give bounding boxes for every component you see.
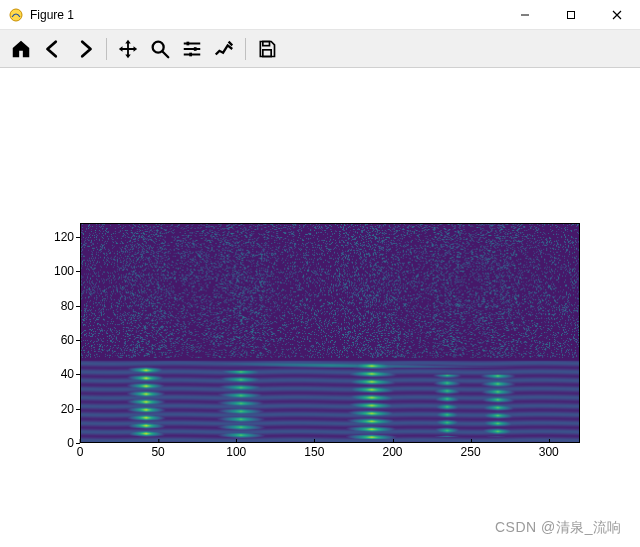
figure-area: 020406080100120 050100150200250300 CSDN … [0,68,640,547]
zoom-button[interactable] [145,34,175,64]
configure-subplots-button[interactable] [177,34,207,64]
x-tick-label: 100 [226,445,246,459]
y-tick-label: 60 [61,333,74,347]
y-tick-label: 0 [67,436,74,450]
app-icon [8,7,24,23]
close-button[interactable] [594,0,640,30]
y-axis-ticks: 020406080100120 [38,223,78,443]
axes[interactable]: 020406080100120 050100150200250300 [80,223,580,443]
y-tick-label: 100 [54,264,74,278]
toolbar-separator [245,38,246,60]
svg-rect-7 [263,49,271,56]
y-tick-label: 120 [54,230,74,244]
y-tick-label: 40 [61,367,74,381]
x-tick-label: 0 [77,445,84,459]
back-button[interactable] [38,34,68,64]
svg-point-0 [10,9,22,21]
svg-rect-6 [263,41,270,45]
svg-rect-3 [187,41,190,45]
y-tick-label: 80 [61,299,74,313]
x-tick-label: 250 [461,445,481,459]
watermark-text: CSDN @清泉_流响 [495,519,622,537]
y-tick-label: 20 [61,402,74,416]
forward-button[interactable] [70,34,100,64]
x-tick-label: 50 [151,445,164,459]
home-button[interactable] [6,34,36,64]
matplotlib-toolbar [0,30,640,68]
edit-axis-button[interactable] [209,34,239,64]
svg-rect-1 [568,11,575,18]
window-title: Figure 1 [30,8,74,22]
x-tick-label: 300 [539,445,559,459]
minimize-button[interactable] [502,0,548,30]
pan-button[interactable] [113,34,143,64]
svg-rect-4 [194,47,197,51]
svg-rect-5 [189,52,192,56]
x-tick-label: 200 [382,445,402,459]
x-tick-label: 150 [304,445,324,459]
window-titlebar: Figure 1 [0,0,640,30]
spectrogram-heatmap [80,223,580,443]
maximize-button[interactable] [548,0,594,30]
toolbar-separator [106,38,107,60]
x-axis-ticks: 050100150200250300 [80,445,580,463]
save-button[interactable] [252,34,282,64]
